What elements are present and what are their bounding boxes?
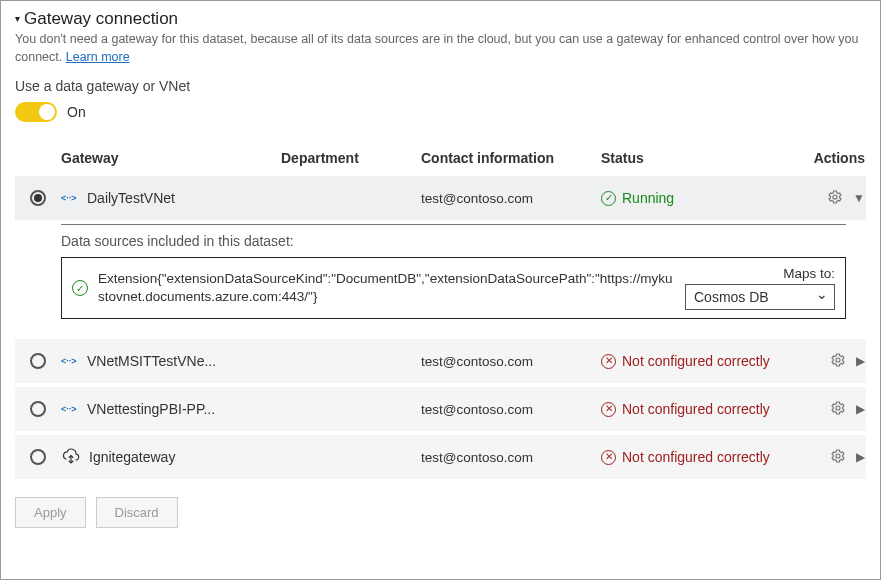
row-radio[interactable] <box>30 190 46 206</box>
svg-point-3 <box>836 358 840 362</box>
svg-point-6 <box>836 454 840 458</box>
cloud-sync-icon <box>61 448 81 466</box>
vnet-icon: <··> <box>61 354 79 368</box>
contact-cell: test@contoso.com <box>421 354 601 369</box>
col-contact: Contact information <box>421 150 601 166</box>
status-cell: ✕Not configured correctly <box>601 449 801 465</box>
check-circle-icon: ✓ <box>601 191 616 206</box>
col-department: Department <box>281 150 421 166</box>
col-status: Status <box>601 150 801 166</box>
datasource-box: ✓Extension{"extensionDataSourceKind":"Do… <box>61 257 846 319</box>
gear-icon[interactable] <box>830 352 846 371</box>
chevron-right-icon[interactable]: ▶ <box>856 450 865 464</box>
status-text: Not configured correctly <box>622 449 770 465</box>
gear-icon[interactable] <box>830 448 846 467</box>
gateway-name: DailyTestVNet <box>87 190 175 206</box>
section-header[interactable]: ▾ Gateway connection <box>15 9 866 29</box>
x-circle-icon: ✕ <box>601 450 616 465</box>
x-circle-icon: ✕ <box>601 402 616 417</box>
svg-point-5 <box>836 406 840 410</box>
row-radio[interactable] <box>30 449 46 465</box>
col-gateway: Gateway <box>61 150 281 166</box>
status-text: Not configured correctly <box>622 401 770 417</box>
check-circle-icon: ✓ <box>72 280 88 296</box>
datasource-text: Extension{"extensionDataSourceKind":"Doc… <box>98 270 675 306</box>
table-row[interactable]: <··>VNettestingPBI-PP...test@contoso.com… <box>15 387 866 435</box>
toggle-state-text: On <box>67 104 86 120</box>
status-cell: ✕Not configured correctly <box>601 401 801 417</box>
chevron-down-icon[interactable]: ▼ <box>853 191 865 205</box>
gateway-table: Gateway Department Contact information S… <box>15 140 866 483</box>
status-cell: ✓Running <box>601 190 801 206</box>
gateway-toggle[interactable] <box>15 102 57 122</box>
table-row[interactable]: Ignitegatewaytest@contoso.com✕Not config… <box>15 435 866 483</box>
row-radio[interactable] <box>30 401 46 417</box>
x-circle-icon: ✕ <box>601 354 616 369</box>
toggle-knob <box>39 104 55 120</box>
gateway-connection-panel: ▾ Gateway connection You don't need a ga… <box>0 0 881 580</box>
status-text: Running <box>622 190 674 206</box>
col-actions: Actions <box>801 150 871 166</box>
apply-button[interactable]: Apply <box>15 497 86 528</box>
discard-button[interactable]: Discard <box>96 497 178 528</box>
table-row[interactable]: <··>VNetMSITTestVNe...test@contoso.com✕N… <box>15 339 866 387</box>
svg-text:<··>: <··> <box>61 404 77 414</box>
learn-more-link[interactable]: Learn more <box>66 50 130 64</box>
section-title: Gateway connection <box>24 9 178 29</box>
toggle-label: Use a data gateway or VNet <box>15 78 866 94</box>
row-radio[interactable] <box>30 353 46 369</box>
collapse-caret-icon: ▾ <box>15 14 20 24</box>
datasource-heading: Data sources included in this dataset: <box>61 233 846 249</box>
status-text: Not configured correctly <box>622 353 770 369</box>
table-row[interactable]: <··>DailyTestVNettest@contoso.com✓Runnin… <box>15 176 866 224</box>
svg-text:<··>: <··> <box>61 356 77 366</box>
gateway-name: VNetMSITTestVNe... <box>87 353 216 369</box>
contact-cell: test@contoso.com <box>421 450 601 465</box>
maps-to-label: Maps to: <box>783 266 835 281</box>
contact-cell: test@contoso.com <box>421 402 601 417</box>
contact-cell: test@contoso.com <box>421 191 601 206</box>
section-description: You don't need a gateway for this datase… <box>15 31 866 66</box>
gateway-name: VNettestingPBI-PP... <box>87 401 215 417</box>
chevron-right-icon[interactable]: ▶ <box>856 354 865 368</box>
svg-text:<··>: <··> <box>61 193 77 203</box>
chevron-right-icon[interactable]: ▶ <box>856 402 865 416</box>
gear-icon[interactable] <box>830 400 846 419</box>
description-text: You don't need a gateway for this datase… <box>15 32 858 64</box>
footer-buttons: Apply Discard <box>15 497 866 528</box>
vnet-icon: <··> <box>61 191 79 205</box>
table-header: Gateway Department Contact information S… <box>15 140 866 176</box>
gear-icon[interactable] <box>827 189 843 208</box>
status-cell: ✕Not configured correctly <box>601 353 801 369</box>
expanded-datasource-panel: Data sources included in this dataset:✓E… <box>15 225 866 339</box>
gateway-name: Ignitegateway <box>89 449 175 465</box>
svg-point-1 <box>833 195 837 199</box>
maps-to-select[interactable]: Cosmos DB <box>685 284 835 310</box>
vnet-icon: <··> <box>61 402 79 416</box>
